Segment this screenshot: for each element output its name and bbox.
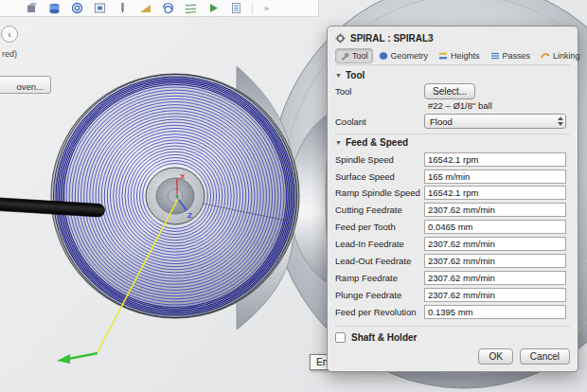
shaft-holder-row: Shaft & Holder bbox=[335, 326, 570, 344]
drill-icon[interactable] bbox=[116, 2, 129, 15]
dialog-tabs: Tool Geometry Heights Passes Linking bbox=[335, 47, 570, 65]
wrench-icon bbox=[340, 51, 349, 61]
coolant-dropdown[interactable]: Flood bbox=[424, 114, 566, 129]
center-hole[interactable] bbox=[146, 168, 205, 224]
ramp-spindle-speed-input[interactable] bbox=[424, 186, 566, 200]
post-process-icon[interactable] bbox=[229, 2, 242, 15]
cutting-feedrate-input[interactable] bbox=[424, 203, 566, 217]
dialog-title: SPIRAL : SPIRAL3 bbox=[350, 33, 434, 44]
feed-row-surface-speed: Surface Speed bbox=[335, 168, 570, 185]
app-window: X Z ‹ red) oven... Entry positions bbox=[0, 0, 587, 392]
ramp-feedrate-input[interactable] bbox=[424, 271, 566, 285]
face-mill-icon[interactable] bbox=[47, 2, 61, 15]
cancel-button[interactable]: Cancel bbox=[520, 348, 570, 365]
feed-row-feed-per-revolution: Feed per Revolution bbox=[335, 304, 570, 321]
feed-row-plunge-feedrate: Plunge Feedrate bbox=[335, 287, 570, 304]
lead-out-feedrate-input[interactable] bbox=[424, 254, 566, 268]
axis-x-label: X bbox=[180, 172, 186, 181]
sphere-icon bbox=[379, 51, 388, 61]
tool-select-button[interactable]: Select... bbox=[424, 83, 475, 99]
spiral-op-icon[interactable] bbox=[161, 2, 174, 15]
dialog-footer: OK Cancel bbox=[335, 344, 570, 365]
plunge-feedrate-input[interactable] bbox=[424, 288, 566, 302]
feed-row-feed-per-tooth: Feed per Tooth bbox=[335, 219, 570, 236]
spiral-dialog: SPIRAL : SPIRAL3 Tool Geometry Heights P… bbox=[327, 26, 578, 372]
dropdown-arrows-icon bbox=[558, 116, 563, 126]
tool-description: #22 – Ø1/8" ball bbox=[428, 100, 570, 113]
dialog-titlebar[interactable]: SPIRAL : SPIRAL3 bbox=[335, 30, 570, 46]
disclosure-triangle-icon: ▼ bbox=[335, 72, 342, 79]
disclosure-triangle-icon: ▼ bbox=[335, 139, 342, 146]
operation-gear-icon bbox=[335, 33, 346, 44]
tool-section-header[interactable]: ▼ Tool bbox=[335, 70, 570, 80]
adaptive-clearing-icon[interactable] bbox=[70, 2, 83, 15]
feed-section-header[interactable]: ▼ Feed & Speed bbox=[335, 134, 570, 148]
lead-in-feedrate-input[interactable] bbox=[424, 237, 566, 251]
feed-per-tooth-input[interactable] bbox=[424, 220, 566, 234]
ramp-icon[interactable] bbox=[138, 2, 151, 15]
surface-speed-input[interactable] bbox=[424, 169, 566, 184]
coolant-row: Coolant Flood bbox=[335, 113, 570, 130]
coolant-label: Coolant bbox=[335, 116, 424, 127]
tab-heights[interactable]: Heights bbox=[434, 48, 485, 63]
feed-per-revolution-input[interactable] bbox=[424, 305, 566, 319]
ok-button[interactable]: OK bbox=[478, 348, 512, 365]
morph-icon[interactable] bbox=[184, 2, 197, 15]
toolbar-overflow-chevron[interactable]: » bbox=[264, 4, 269, 13]
pocket-icon[interactable] bbox=[93, 2, 106, 15]
feed-row-cutting-feedrate: Cutting Feedrate bbox=[335, 202, 570, 219]
tab-passes[interactable]: Passes bbox=[486, 48, 536, 63]
spindle-speed-input[interactable] bbox=[424, 152, 566, 167]
shaft-holder-checkbox[interactable] bbox=[335, 332, 346, 343]
feed-row-ramp-spindle-speed: Ramp Spindle Speed bbox=[335, 185, 570, 202]
linking-icon bbox=[541, 51, 550, 61]
feed-row-ramp-feedrate: Ramp Feedrate bbox=[335, 270, 570, 287]
shaft-holder-label: Shaft & Holder bbox=[351, 332, 417, 343]
feed-row-lead-out-feedrate: Lead-Out Feedrate bbox=[335, 253, 570, 270]
browser-clipped-label: red) bbox=[2, 49, 17, 59]
setup-icon[interactable] bbox=[25, 2, 38, 15]
heights-icon bbox=[438, 51, 448, 61]
tab-linking[interactable]: Linking bbox=[536, 48, 585, 63]
tab-tool[interactable]: Tool bbox=[335, 48, 373, 63]
tab-geometry[interactable]: Geometry bbox=[374, 48, 434, 63]
passes-icon bbox=[490, 51, 500, 61]
simulate-icon[interactable] bbox=[206, 2, 220, 15]
collapse-browser-button[interactable]: ‹ bbox=[1, 26, 18, 43]
feed-row-lead-in-feedrate: Lead-In Feedrate bbox=[335, 236, 570, 253]
top-toolbar: » bbox=[0, 0, 319, 17]
browser-clipped-button[interactable]: oven... bbox=[0, 76, 51, 94]
tool-label: Tool bbox=[335, 86, 424, 97]
toolbar-separator bbox=[252, 3, 253, 14]
tool-row: Tool Select... bbox=[335, 83, 570, 100]
feed-row-spindle-speed: Spindle Speed bbox=[335, 151, 570, 168]
axis-z-label: Z bbox=[187, 211, 192, 220]
